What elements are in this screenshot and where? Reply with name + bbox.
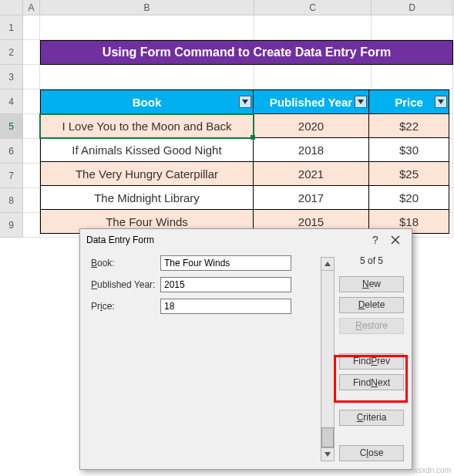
row-header-3[interactable]: 3 (0, 65, 23, 89)
cell-book[interactable]: The Very Hungry Caterpillar (41, 162, 254, 186)
input-year[interactable] (160, 277, 291, 292)
cell[interactable] (23, 40, 40, 65)
cell[interactable] (23, 164, 40, 188)
dialog-title-text: Data Entry Form (86, 235, 154, 245)
cell-price[interactable]: $25 (369, 162, 449, 186)
cell-price[interactable]: $30 (369, 138, 449, 162)
help-button[interactable]: ? (365, 231, 385, 248)
delete-button[interactable]: Delete (339, 297, 404, 313)
table-row[interactable]: If Animals Kissed Good Night2018$30 (41, 138, 449, 162)
table-row[interactable]: The Very Hungry Caterpillar2021$25 (41, 162, 449, 186)
data-table: Book Published Year Price I Love You to … (40, 89, 449, 234)
col-header-A[interactable]: A (23, 0, 40, 15)
row-header-2[interactable]: 2 (0, 40, 23, 65)
cell-price[interactable]: $20 (369, 186, 449, 210)
input-price[interactable] (160, 299, 291, 314)
col-header-C[interactable]: C (254, 0, 372, 15)
row-header-7[interactable]: 7 (0, 164, 23, 188)
close-icon[interactable] (385, 231, 405, 248)
header-year-label: Published Year (270, 96, 352, 109)
find-prev-button[interactable]: Find Prev (339, 353, 404, 370)
cell-book[interactable]: The Midnight Library (41, 186, 254, 210)
header-price[interactable]: Price (369, 90, 449, 114)
header-year[interactable]: Published Year (254, 90, 369, 114)
cell[interactable] (254, 15, 372, 40)
row-header-5[interactable]: 5 (0, 114, 23, 139)
filter-button[interactable] (355, 96, 367, 108)
cell-book[interactable]: If Animals Kissed Good Night (41, 138, 254, 162)
filter-button[interactable] (239, 96, 251, 108)
col-header-D[interactable]: D (372, 0, 453, 15)
header-book[interactable]: Book (41, 90, 254, 114)
column-header-row: A B C D (0, 0, 454, 15)
label-year: Published Year: (91, 279, 160, 290)
cell-year[interactable]: 2017 (254, 186, 369, 210)
cell[interactable] (254, 65, 372, 89)
data-entry-form-dialog: Data Entry Form ? Book: Published Year: … (79, 228, 412, 470)
cell[interactable] (23, 139, 40, 164)
cell[interactable] (23, 188, 40, 213)
scroll-up-icon[interactable] (321, 257, 335, 271)
page-title: Using Form Command to Create Data Entry … (40, 40, 453, 65)
cell[interactable] (372, 15, 453, 40)
restore-button: Restore (339, 318, 404, 334)
col-header-B[interactable]: B (40, 0, 254, 15)
form-fields: Book: Published Year: Price: (91, 255, 318, 461)
cell[interactable] (40, 65, 254, 89)
cell[interactable] (23, 15, 40, 40)
row-header-4[interactable]: 4 (0, 89, 23, 114)
table-row[interactable]: The Midnight Library2017$20 (41, 186, 449, 210)
record-scrollbar[interactable] (321, 257, 335, 461)
table-row[interactable]: I Love You to the Moon and Back2020$22 (41, 114, 449, 138)
cell[interactable] (40, 15, 254, 40)
row-header-1[interactable]: 1 (0, 15, 23, 40)
row-header-8[interactable]: 8 (0, 188, 23, 213)
cell[interactable] (372, 65, 453, 89)
cell-year[interactable]: 2020 (254, 114, 369, 138)
criteria-button[interactable]: Criteria (339, 410, 404, 426)
scroll-track[interactable] (321, 271, 335, 447)
find-next-button[interactable]: Find Next (339, 374, 404, 390)
cell[interactable] (23, 65, 40, 89)
close-button[interactable]: Close (339, 445, 404, 461)
select-all-corner[interactable] (0, 0, 23, 15)
cell[interactable] (23, 213, 40, 238)
cell-book[interactable]: I Love You to the Moon and Back (41, 114, 254, 138)
cell[interactable] (23, 114, 40, 139)
input-book[interactable] (160, 255, 291, 271)
dialog-buttons: 5 of 5 New Delete Restore Find Prev Find… (339, 255, 404, 461)
label-book: Book: (91, 258, 160, 268)
scroll-down-icon[interactable] (321, 447, 335, 461)
label-price: Price: (91, 301, 160, 312)
dialog-titlebar[interactable]: Data Entry Form ? (80, 229, 412, 251)
new-button[interactable]: New (339, 276, 404, 292)
row-header-6[interactable]: 6 (0, 139, 23, 164)
cell-year[interactable]: 2018 (254, 138, 369, 162)
header-book-label: Book (133, 96, 162, 109)
row-header-9[interactable]: 9 (0, 213, 23, 238)
cell-price[interactable]: $22 (369, 114, 449, 138)
cell[interactable] (23, 89, 40, 114)
cell-year[interactable]: 2021 (254, 162, 369, 186)
filter-button[interactable] (435, 96, 447, 108)
record-counter: 5 of 5 (339, 255, 404, 267)
header-price-label: Price (395, 96, 423, 109)
watermark: wsxdn.com (412, 466, 451, 474)
scroll-thumb[interactable] (321, 427, 334, 447)
